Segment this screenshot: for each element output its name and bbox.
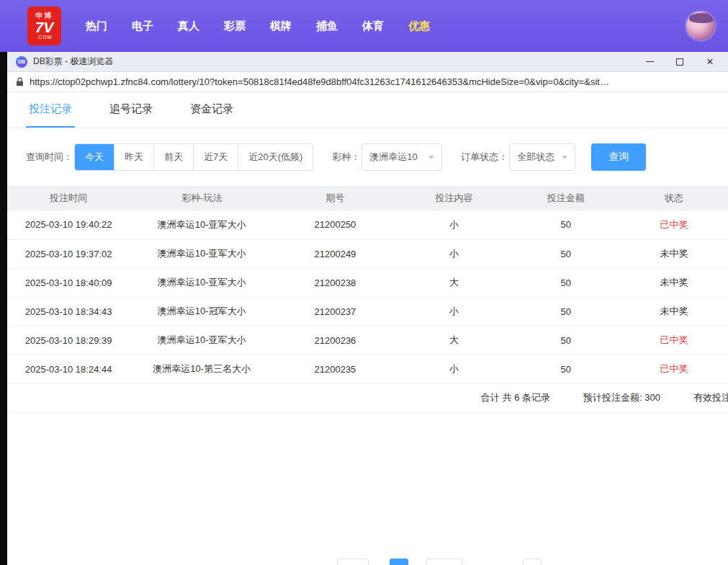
- address-bar[interactable]: https://ctop02pchwp1.zfnc84.com/lottery/…: [7, 72, 728, 92]
- tab-2[interactable]: 追号记录: [107, 92, 156, 128]
- table-row-4[interactable]: 2025-03-10 18:34:43澳洲幸运10-冠军大小21200237小5…: [7, 297, 728, 326]
- tab-3[interactable]: 资金记录: [187, 92, 236, 128]
- main-menu: 热门电子真人彩票棋牌捕鱼体育优惠: [86, 19, 430, 33]
- summary-row: 合计 共 6 条记录 预计投注金额: 300 有效投注金额: [7, 384, 728, 413]
- menu-item-4[interactable]: 彩票: [224, 19, 246, 33]
- table-body: 2025-03-10 19:40:22澳洲幸运10-亚军大小21200250小5…: [7, 210, 728, 383]
- time-filter-1[interactable]: 今天: [75, 144, 114, 170]
- page-content: 投注记录追号记录资金记录 查询时间： 今天昨天前天近7天近20天(低频) 彩种：…: [7, 92, 728, 565]
- brand-logo[interactable]: 申博 7V .COM: [27, 6, 61, 45]
- cell-lottery-play: 澳洲幸运10-亚军大小: [130, 268, 274, 297]
- cell-bet-content: 小: [397, 355, 512, 383]
- cell-bet-content: 小: [397, 210, 512, 239]
- menu-item-3[interactable]: 真人: [178, 19, 199, 33]
- cell-bet-time: 2025-03-10 18:34:43: [7, 297, 130, 326]
- header-bet-content: 投注内容: [397, 186, 512, 210]
- time-filter-group: 今天昨天前天近7天近20天(低频): [74, 143, 313, 171]
- cell-lottery-play: 澳洲幸运10-亚军大小: [130, 326, 274, 355]
- cell-status: 已中奖: [620, 210, 728, 239]
- header-bet-amount: 投注金额: [512, 186, 620, 210]
- summary-valid-amount: 有效投注金额: [693, 391, 728, 404]
- chevron-down-icon: [428, 156, 434, 159]
- cell-status: 已中奖: [620, 326, 728, 355]
- summary-total: 合计 共 6 条记录: [481, 391, 550, 404]
- pagination-page-1[interactable]: [390, 559, 408, 565]
- cell-bet-amount: 50: [512, 239, 620, 268]
- menu-item-6[interactable]: 捕鱼: [316, 19, 338, 33]
- cell-bet-content: 大: [397, 268, 512, 297]
- minimize-icon: [646, 61, 654, 62]
- chevron-down-icon: [562, 156, 567, 159]
- menu-item-7[interactable]: 体育: [362, 19, 384, 33]
- cell-issue: 21200235: [274, 355, 396, 383]
- time-filter-4[interactable]: 近7天: [193, 144, 238, 170]
- url-text[interactable]: https://ctop02pchwp1.zfnc84.com/lottery/…: [30, 76, 609, 87]
- menu-item-2[interactable]: 电子: [132, 19, 153, 33]
- lottery-select-value: 澳洲幸运10: [369, 151, 417, 164]
- cell-bet-amount: 50: [512, 268, 620, 297]
- header-bet-time: 投注时间: [7, 186, 130, 210]
- table-row-6[interactable]: 2025-03-10 18:24:44澳洲幸运10-第三名大小21200235小…: [7, 355, 728, 383]
- browser-window: DB DB彩票 - 极速浏览器 ✕ https://ctop02pchwp1.z…: [7, 52, 728, 565]
- pagination-jump-input[interactable]: [523, 559, 541, 565]
- minimize-button[interactable]: [644, 57, 655, 67]
- pagination-control[interactable]: [426, 559, 462, 565]
- time-filter-label: 查询时间：: [26, 151, 73, 164]
- maximize-button[interactable]: [675, 57, 685, 67]
- cell-issue: 21200236: [274, 326, 396, 355]
- bet-records-table: 投注时间 彩种-玩法 期号 投注内容 投注金额 状态 2025-03-10 19…: [7, 186, 728, 384]
- cell-issue: 21200238: [274, 268, 396, 297]
- menu-item-1[interactable]: 热门: [86, 19, 107, 33]
- table-row-2[interactable]: 2025-03-10 19:37:02澳洲幸运10-亚军大小21200249小5…: [7, 239, 728, 268]
- maximize-icon: [676, 58, 683, 66]
- cell-bet-amount: 50: [512, 326, 620, 355]
- cell-bet-amount: 50: [512, 297, 620, 326]
- cell-bet-amount: 50: [512, 210, 620, 239]
- header-status: 状态: [620, 186, 728, 210]
- table-row-1[interactable]: 2025-03-10 19:40:22澳洲幸运10-亚军大小21200250小5…: [7, 210, 728, 239]
- time-filter-2[interactable]: 昨天: [114, 144, 153, 170]
- order-status-value: 全部状态: [517, 151, 554, 164]
- user-avatar[interactable]: [685, 10, 716, 42]
- cell-status: 未中奖: [620, 268, 728, 297]
- order-status-label: 订单状态：: [461, 151, 508, 164]
- top-navbar: 申博 7V .COM 热门电子真人彩票棋牌捕鱼体育优惠: [0, 0, 728, 52]
- filter-bar: 查询时间： 今天昨天前天近7天近20天(低频) 彩种： 澳洲幸运10 订单状态：…: [7, 128, 728, 186]
- cell-lottery-play: 澳洲幸运10-亚军大小: [130, 210, 274, 239]
- cell-bet-time: 2025-03-10 18:24:44: [7, 355, 130, 383]
- cell-issue: 21200250: [274, 210, 396, 239]
- cell-lottery-play: 澳洲幸运10-亚军大小: [130, 239, 274, 268]
- lottery-label: 彩种：: [332, 151, 360, 164]
- cell-lottery-play: 澳洲幸运10-冠军大小: [130, 297, 274, 326]
- brand-logo-main-text: 7V: [35, 19, 54, 35]
- cell-status: 未中奖: [620, 297, 728, 326]
- cell-bet-time: 2025-03-10 18:40:09: [7, 268, 130, 297]
- screen: 申博 7V .COM 热门电子真人彩票棋牌捕鱼体育优惠 DB DB彩票 - 极速…: [0, 0, 728, 565]
- cell-issue: 21200237: [274, 297, 396, 326]
- tab-1[interactable]: 投注记录: [26, 92, 75, 128]
- cell-lottery-play: 澳洲幸运10-第三名大小: [130, 355, 274, 383]
- header-lottery-play: 彩种-玩法: [130, 186, 274, 210]
- query-button[interactable]: 查询: [591, 143, 646, 171]
- order-status-select[interactable]: 全部状态: [509, 143, 575, 171]
- time-filter-3[interactable]: 前天: [153, 144, 193, 170]
- table-row-5[interactable]: 2025-03-10 18:29:39澳洲幸运10-亚军大小21200236大5…: [7, 326, 728, 355]
- cell-bet-content: 小: [397, 239, 512, 268]
- window-app-icon: DB: [16, 56, 27, 68]
- cell-bet-time: 2025-03-10 19:37:02: [7, 239, 130, 268]
- table-row-3[interactable]: 2025-03-10 18:40:09澳洲幸运10-亚军大小21200238大5…: [7, 268, 728, 297]
- brand-logo-sub-text: .COM: [36, 35, 52, 40]
- table-header-row: 投注时间 彩种-玩法 期号 投注内容 投注金额 状态: [7, 186, 728, 210]
- close-button[interactable]: ✕: [705, 57, 715, 67]
- pagination-size-select[interactable]: [337, 559, 369, 565]
- menu-item-8[interactable]: 优惠: [408, 19, 430, 33]
- cell-bet-time: 2025-03-10 18:29:39: [7, 326, 130, 355]
- cell-bet-amount: 50: [512, 355, 620, 383]
- header-issue: 期号: [274, 186, 396, 210]
- menu-item-5[interactable]: 棋牌: [270, 19, 292, 33]
- record-tabs: 投注记录追号记录资金记录: [7, 92, 728, 128]
- cell-bet-time: 2025-03-10 19:40:22: [7, 210, 130, 239]
- lottery-select[interactable]: 澳洲幸运10: [361, 143, 442, 171]
- window-controls: ✕: [644, 57, 715, 67]
- time-filter-5[interactable]: 近20天(低频): [238, 144, 313, 170]
